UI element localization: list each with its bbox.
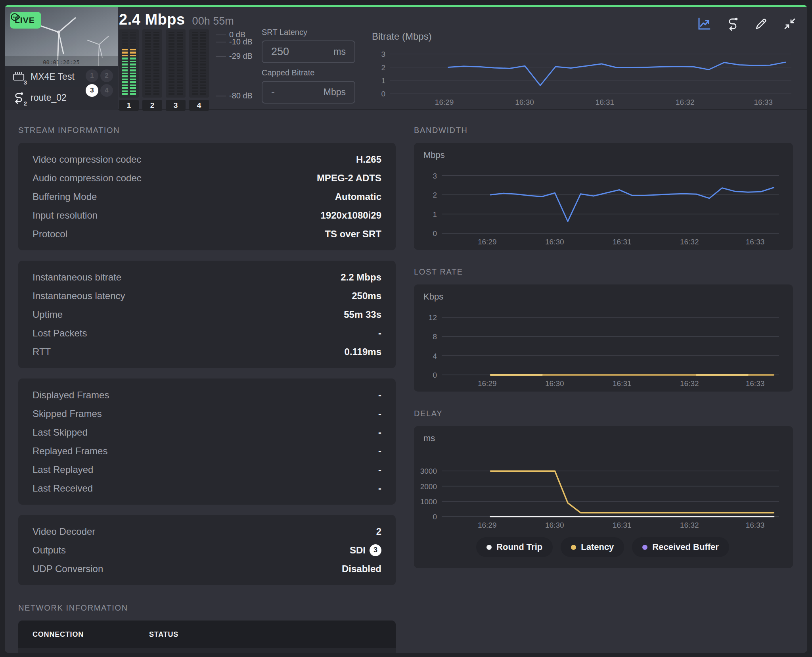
srt-latency-input[interactable]: 250 ms	[262, 40, 355, 63]
title-block: 2.4 Mbps 00h 55m	[119, 11, 234, 28]
output-badge-3[interactable]: 3	[86, 84, 98, 97]
stream-information-cards: Video compression codecH.265Audio compre…	[18, 143, 396, 585]
network-table-header: CONNECTION STATUS	[18, 620, 396, 648]
output-badge-4[interactable]: 4	[100, 84, 113, 97]
trend-chart-icon[interactable]	[696, 16, 712, 32]
svg-text:16:33: 16:33	[746, 238, 765, 246]
svg-text:16:29: 16:29	[435, 98, 454, 106]
svg-text:3: 3	[433, 172, 437, 180]
info-label: Video compression codec	[33, 154, 141, 165]
svg-text:3000: 3000	[420, 467, 437, 475]
info-value: Automatic	[335, 191, 381, 202]
delay-unit: ms	[423, 433, 786, 444]
db-tick: -10 dB	[216, 37, 253, 46]
info-row: Replayed Frames-	[33, 442, 381, 460]
audio-meter-2: 2	[142, 29, 162, 111]
db-scale: 0 dB-10 dB-29 dB-80 dB	[216, 29, 267, 98]
info-label: Outputs	[33, 545, 66, 556]
svg-text:16:33: 16:33	[746, 521, 765, 529]
info-row: Instantaneous bitrate2.2 Mbps	[33, 268, 381, 286]
info-value: -	[378, 408, 381, 419]
srt-settings: SRT Latency 250 ms Capped Bitrate - Mbps	[262, 28, 355, 109]
output-badge-2[interactable]: 2	[100, 69, 113, 82]
edit-icon[interactable]	[753, 16, 769, 32]
delay-card: ms 010002000300016:2916:3016:3116:3216:3…	[414, 426, 793, 568]
info-row: Instantaneous latency250ms	[33, 286, 381, 305]
left-column: STREAM INFORMATION Video compression cod…	[18, 126, 396, 653]
lost-rate-card: Kbps 0481216:2916:3016:3116:3216:33	[414, 284, 793, 392]
info-value: 0.119ms	[345, 346, 381, 357]
legend-round-trip[interactable]: Round Trip	[476, 537, 553, 557]
col-status: STATUS	[149, 630, 178, 638]
audio-meter-1: 1	[119, 29, 139, 111]
meter-channel-number: 4	[189, 100, 209, 111]
svg-text:1: 1	[433, 210, 437, 219]
stream-information-title: STREAM INFORMATION	[18, 126, 396, 135]
output-badge-1[interactable]: 1	[86, 69, 98, 82]
svg-text:16:31: 16:31	[596, 98, 615, 106]
svg-text:16:30: 16:30	[545, 238, 564, 246]
capped-bitrate-value: -	[271, 86, 275, 98]
info-label: Last Skipped	[33, 427, 88, 438]
uptime-short: 00h 55m	[192, 15, 234, 27]
route-channel-number: 2	[24, 100, 27, 107]
right-column: BANDWIDTH Mbps 012316:2916:3016:3116:321…	[414, 126, 793, 653]
info-row: RTT0.119ms	[33, 342, 381, 361]
info-row: ProtocolTS over SRT	[33, 225, 381, 243]
info-row: Last Replayed-	[33, 460, 381, 479]
output-count-badge: 3	[370, 544, 381, 556]
audio-meter-3: 3	[166, 29, 186, 111]
info-label: Replayed Frames	[33, 446, 107, 457]
live-accent-bar	[5, 5, 807, 7]
db-tick: -29 dB	[216, 52, 253, 61]
meter-channel-number: 1	[119, 100, 139, 111]
svg-text:16:32: 16:32	[676, 98, 695, 106]
decoder-chip-icon: 3	[12, 70, 25, 84]
capped-bitrate-input[interactable]: - Mbps	[262, 81, 355, 104]
info-value: MPEG-2 ADTS	[317, 173, 381, 184]
info-label: Instantaneous bitrate	[33, 272, 121, 283]
info-row: Buffering ModeAutomatic	[33, 187, 381, 206]
svg-text:4: 4	[433, 352, 437, 360]
info-row: Lost Packets-	[33, 324, 381, 342]
live-badge: LIVE	[10, 12, 41, 29]
info-value: 55m 33s	[344, 309, 381, 320]
svg-text:16:30: 16:30	[545, 379, 564, 388]
info-label: Last Received	[33, 483, 93, 494]
info-label: Lost Packets	[33, 328, 87, 339]
info-row: Input resolution1920x1080i29	[33, 206, 381, 225]
svg-text:0: 0	[433, 513, 437, 521]
network-table-row[interactable]: eth0 10.65.167.70 fe80::5e77:57ff:fe00:e…	[18, 648, 396, 653]
lost-rate-title: LOST RATE	[414, 267, 793, 277]
info-value: 2.2 Mbps	[341, 272, 381, 283]
info-value: 2	[376, 526, 381, 537]
video-thumbnail[interactable]: LIVE 00:01:26:25	[5, 7, 118, 66]
svg-text:0: 0	[381, 90, 385, 98]
output-badge-grid: 1234	[86, 69, 113, 97]
svg-text:16:31: 16:31	[613, 521, 632, 529]
collapse-icon[interactable]	[782, 16, 798, 32]
srt-latency-label: SRT Latency	[262, 28, 355, 37]
info-row: Displayed Frames-	[33, 386, 381, 404]
route-toggle-icon[interactable]	[725, 16, 741, 32]
info-label: Input resolution	[33, 210, 98, 221]
info-card: Displayed Frames-Skipped Frames-Last Ski…	[18, 378, 396, 505]
route-icon: 2	[12, 91, 25, 105]
route-name: route_02	[31, 92, 67, 103]
legend-latency[interactable]: Latency	[561, 537, 624, 557]
info-value: -	[378, 483, 381, 494]
svg-text:16:31: 16:31	[613, 238, 632, 246]
svg-text:16:29: 16:29	[478, 521, 497, 529]
col-connection: CONNECTION	[33, 630, 84, 638]
svg-text:1000: 1000	[420, 498, 437, 506]
info-label: Uptime	[33, 309, 63, 320]
legend-received-buffer[interactable]: Received Buffer	[632, 537, 729, 557]
meter-channel-number: 3	[166, 100, 186, 111]
srt-latency-unit: ms	[333, 46, 346, 57]
svg-text:1: 1	[381, 77, 385, 85]
current-bitrate: 2.4 Mbps	[119, 11, 185, 28]
device-channel-number: 3	[24, 79, 27, 86]
info-value: H.265	[356, 154, 381, 165]
header-chart-title: Bitrate (Mbps)	[372, 31, 799, 42]
info-label: UDP Conversion	[33, 563, 103, 574]
